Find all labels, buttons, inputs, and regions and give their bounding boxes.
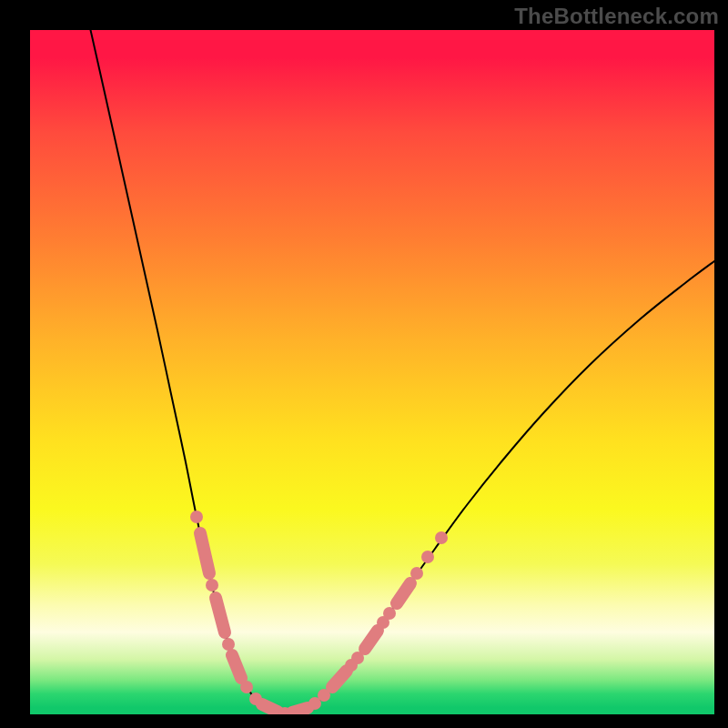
marker-dash [397, 583, 410, 603]
marker-dot [206, 579, 218, 592]
plot-area [30, 30, 714, 714]
marker-dot [190, 511, 203, 523]
marker-dot [222, 638, 235, 651]
chart-frame: TheBottleneck.com [0, 0, 728, 728]
marker-dot [410, 567, 423, 580]
watermark-text: TheBottleneck.com [514, 4, 719, 29]
marker-dash [365, 631, 378, 649]
marker-dash [232, 655, 241, 678]
marker-dot [435, 531, 448, 544]
marker-dot [240, 681, 253, 693]
marker-dash [292, 708, 308, 713]
curve-markers [190, 511, 448, 714]
marker-dash [200, 533, 209, 573]
marker-dash [216, 598, 225, 632]
bottleneck-curve [86, 30, 714, 713]
curve-layer [30, 30, 714, 714]
marker-dash [262, 704, 278, 712]
marker-dash [332, 671, 347, 687]
marker-dot [421, 551, 434, 563]
